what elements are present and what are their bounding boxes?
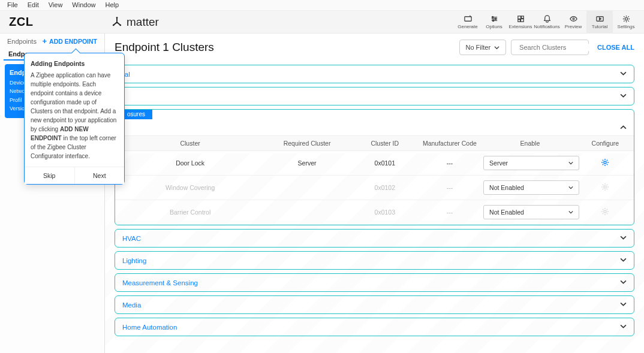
options-icon	[490, 14, 499, 23]
settings-button[interactable]: Settings	[613, 11, 639, 34]
table-row: Window Covering0x0102---Not Enabled	[115, 176, 634, 200]
cluster-name: Door Lock	[115, 159, 260, 167]
chevron-down-icon	[620, 279, 627, 285]
preview-button[interactable]: Preview	[560, 11, 586, 34]
svg-point-7	[492, 20, 493, 21]
menubar: FileEditViewWindowHelp	[0, 0, 644, 11]
filter-dropdown[interactable]: No Filter	[459, 40, 507, 55]
menu-window[interactable]: Window	[67, 0, 100, 10]
manufacturer-code: ---	[416, 159, 483, 167]
tutorial-icon	[595, 14, 604, 23]
notifications-button[interactable]: Notifications	[534, 11, 560, 34]
table-header: Cluster Required Cluster Cluster ID Manu…	[115, 135, 634, 151]
svg-point-1	[116, 17, 118, 19]
menu-file[interactable]: File	[2, 0, 23, 10]
add-endpoint-button[interactable]: + ADD ENDPOINT	[42, 37, 97, 46]
manufacturer-code: ---	[416, 209, 483, 216]
chevron-down-icon	[620, 92, 627, 99]
chevron-down-icon	[620, 124, 627, 131]
cluster-id: 0x0101	[354, 159, 416, 167]
tutorial-tooltip: Adding Endpoints A Zigbee application ca…	[24, 53, 125, 185]
section-lighting[interactable]: Lighting	[115, 251, 634, 270]
svg-point-6	[495, 18, 496, 19]
configure-button[interactable]	[601, 183, 609, 191]
svg-rect-10	[517, 19, 520, 22]
extensions-button[interactable]: Extensions	[507, 11, 534, 34]
svg-rect-11	[520, 19, 523, 22]
settings-icon	[622, 14, 631, 23]
section-home-automation[interactable]: Home Automation	[115, 318, 634, 336]
chevron-down-icon	[620, 323, 627, 330]
section-closures: osures Cluster Required Cluster Cluster …	[115, 109, 634, 225]
section-general[interactable]: ral	[115, 65, 634, 83]
configure-button[interactable]	[601, 158, 609, 167]
search-input[interactable]	[519, 44, 602, 51]
required-cluster: Server	[260, 159, 354, 167]
plus-icon: +	[42, 37, 47, 46]
search-box[interactable]	[511, 40, 589, 55]
content-area: Endpoint 1 Clusters No Filter CLOSE ALL …	[105, 34, 644, 353]
endpoints-label: Endpoints	[7, 38, 37, 45]
enable-select[interactable]: Not Enabled	[483, 180, 579, 195]
chevron-down-icon	[620, 70, 627, 77]
chevron-down-icon	[568, 161, 573, 165]
enable-select[interactable]: Not Enabled	[483, 205, 579, 219]
generate-icon	[464, 14, 473, 23]
svg-point-3	[120, 24, 122, 26]
svg-point-14	[625, 17, 627, 20]
chevron-down-icon	[494, 45, 499, 50]
extensions-icon	[516, 14, 525, 23]
page-title: Endpoint 1 Clusters	[115, 41, 459, 54]
chevron-down-icon	[620, 257, 627, 263]
topbar: ZCL matter GenerateOptionsExtensionsNoti…	[0, 11, 644, 34]
chevron-down-icon	[620, 301, 627, 307]
close-all-button[interactable]: CLOSE ALL	[597, 44, 634, 51]
section-measurement-sensing[interactable]: Measurement & Sensing	[115, 273, 634, 292]
tutorial-button[interactable]: Tutorial	[586, 11, 613, 34]
enable-select[interactable]: Server	[483, 156, 579, 170]
generate-button[interactable]: Generate	[455, 11, 481, 34]
chevron-down-icon	[620, 234, 627, 241]
svg-rect-9	[521, 16, 523, 19]
cluster-name: Barrier Control	[115, 209, 260, 216]
svg-rect-8	[517, 16, 520, 19]
tooltip-body: A Zigbee application can have multiple e…	[31, 71, 118, 161]
section-collapsed-2[interactable]	[115, 87, 634, 105]
app-label: ZCL	[0, 15, 105, 29]
menu-help[interactable]: Help	[100, 0, 124, 10]
preview-icon	[569, 14, 578, 23]
cluster-id: 0x0103	[354, 209, 416, 216]
options-button[interactable]: Options	[481, 11, 507, 34]
cluster-name: Window Covering	[115, 184, 260, 191]
section-closures-header[interactable]	[115, 119, 634, 135]
menu-view[interactable]: View	[44, 0, 68, 10]
next-button[interactable]: Next	[75, 167, 125, 184]
skip-button[interactable]: Skip	[25, 167, 75, 184]
svg-point-2	[113, 24, 115, 26]
menu-edit[interactable]: Edit	[23, 0, 44, 10]
notifications-icon	[543, 14, 552, 23]
configure-button[interactable]	[601, 207, 609, 216]
chevron-down-icon	[568, 210, 573, 215]
tooltip-title: Adding Endpoints	[31, 59, 118, 69]
section-hvac[interactable]: HVAC	[115, 229, 634, 248]
section-media[interactable]: Media	[115, 295, 634, 314]
closures-chip: osures	[120, 109, 152, 119]
brand: matter	[105, 16, 159, 29]
chevron-down-icon	[568, 185, 573, 190]
manufacturer-code: ---	[416, 184, 483, 191]
cluster-id: 0x0102	[354, 184, 416, 191]
table-row: Door LockServer0x0101---Server	[115, 151, 634, 176]
svg-point-12	[573, 18, 574, 20]
matter-logo-icon	[111, 16, 123, 28]
svg-rect-4	[464, 17, 471, 22]
table-row: Barrier Control0x0103---Not Enabled	[115, 200, 634, 225]
toolbar: GenerateOptionsExtensionsNotificationsPr…	[455, 11, 644, 34]
svg-point-5	[492, 16, 493, 17]
